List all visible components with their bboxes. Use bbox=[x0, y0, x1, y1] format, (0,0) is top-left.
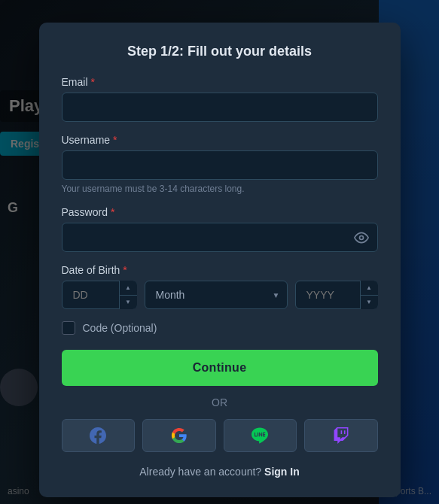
dob-yyyy-wrapper: ▲ ▼ bbox=[295, 281, 378, 309]
code-label: Code (Optional) bbox=[83, 322, 157, 334]
dob-yyyy-spinner: ▲ ▼ bbox=[360, 281, 378, 309]
username-helper-text: Your username must be 3-14 characters lo… bbox=[62, 184, 378, 194]
email-input[interactable] bbox=[62, 93, 378, 122]
already-account-text: Already have an account? bbox=[139, 466, 261, 478]
signin-row: Already have an account? Sign In bbox=[62, 466, 378, 478]
google-login-button[interactable] bbox=[142, 419, 216, 452]
dob-month-select[interactable]: MonthJanuaryFebruaryMarchAprilMayJuneJul… bbox=[145, 281, 288, 309]
google-icon bbox=[171, 427, 187, 444]
dob-dd-decrement[interactable]: ▼ bbox=[120, 296, 137, 310]
line-icon bbox=[252, 427, 268, 444]
signin-link[interactable]: Sign In bbox=[264, 466, 300, 478]
dob-label: Date of Birth * bbox=[62, 264, 378, 276]
twitch-icon bbox=[333, 427, 349, 444]
password-toggle-eye-icon[interactable] bbox=[354, 230, 369, 245]
dob-dd-wrapper: ▲ ▼ bbox=[62, 281, 137, 309]
username-label: Username * bbox=[62, 134, 378, 146]
dob-row: ▲ ▼ MonthJanuaryFebruaryMarchAprilMayJun… bbox=[62, 281, 378, 309]
dob-yyyy-decrement[interactable]: ▼ bbox=[361, 296, 378, 310]
or-divider: OR bbox=[62, 396, 378, 408]
username-field-group: Username * Your username must be 3-14 ch… bbox=[62, 134, 378, 194]
social-buttons-row bbox=[62, 419, 378, 452]
email-label: Email * bbox=[62, 76, 378, 88]
password-field-group: Password * bbox=[62, 206, 378, 252]
registration-modal: Step 1/2: Fill out your details Email * … bbox=[39, 23, 401, 497]
facebook-icon bbox=[90, 427, 106, 444]
username-required-star: * bbox=[113, 134, 117, 146]
modal-title: Step 1/2: Fill out your details bbox=[62, 44, 378, 59]
dob-month-wrapper: MonthJanuaryFebruaryMarchAprilMayJuneJul… bbox=[145, 281, 288, 309]
dob-field-group: Date of Birth * ▲ ▼ MonthJanuaryFebruary… bbox=[62, 264, 378, 309]
code-checkbox[interactable] bbox=[62, 321, 75, 335]
code-row: Code (Optional) bbox=[62, 321, 378, 335]
password-input[interactable] bbox=[62, 223, 378, 252]
password-label: Password * bbox=[62, 206, 378, 218]
email-required-star: * bbox=[91, 76, 95, 88]
continue-button[interactable]: Continue bbox=[62, 350, 378, 386]
dob-required-star: * bbox=[123, 264, 127, 276]
password-required-star: * bbox=[111, 206, 114, 218]
svg-point-0 bbox=[359, 235, 363, 239]
dob-yyyy-increment[interactable]: ▲ bbox=[361, 281, 378, 296]
facebook-login-button[interactable] bbox=[62, 419, 136, 452]
username-input[interactable] bbox=[62, 150, 378, 180]
email-field-group: Email * bbox=[62, 76, 378, 122]
password-wrapper bbox=[62, 223, 378, 252]
twitch-login-button[interactable] bbox=[304, 419, 378, 452]
line-login-button[interactable] bbox=[224, 419, 297, 452]
dob-dd-increment[interactable]: ▲ bbox=[120, 281, 137, 296]
modal-backdrop: Step 1/2: Fill out your details Email * … bbox=[0, 0, 439, 504]
dob-dd-spinner: ▲ ▼ bbox=[119, 281, 137, 309]
